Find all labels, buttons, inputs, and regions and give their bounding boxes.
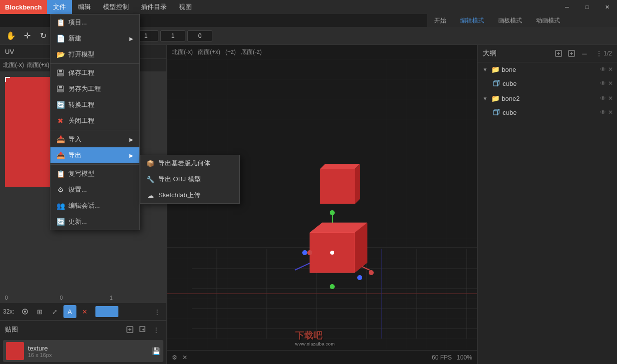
sketchfab-icon: ☁ [146, 191, 154, 199]
svg-marker-25 [355, 164, 360, 204]
vp-close-icon[interactable]: ✕ [182, 354, 187, 361]
close-button[interactable]: ✕ [597, 0, 617, 14]
uv-nav-north[interactable]: 北面(-x) [3, 61, 24, 69]
uv-nav-south[interactable]: 南面(+x) [27, 61, 49, 69]
move-tool[interactable]: ✋ [4, 29, 18, 43]
svg-point-35 [307, 250, 312, 255]
menu-model[interactable]: 模型控制 [97, 0, 135, 14]
svg-rect-5 [140, 327, 145, 332]
mode-animate[interactable]: 动画模式 [529, 14, 567, 27]
menu-view[interactable]: 视图 [173, 0, 198, 14]
viewport-bottom: ⚙ ✕ 60 FPS 100% [167, 350, 477, 364]
menu-convert[interactable]: 🔄 转换工程 [50, 97, 139, 113]
tree-row-bone[interactable]: ▼ 📁 bone 👁 ✕ [478, 62, 617, 76]
tree-row-cube-1[interactable]: cube 👁 ✕ [478, 76, 617, 90]
uv-scale-0-v: 0 [60, 295, 63, 301]
menu-session-label: 编辑会话... [68, 201, 100, 210]
tree-remove-cube-2[interactable]: ✕ [608, 109, 613, 116]
tree-remove-cube-1[interactable]: ✕ [608, 80, 613, 87]
rotate-tool[interactable]: ↻ [36, 29, 50, 43]
menu-saveas-label: 另存为工程 [68, 84, 101, 93]
texture-save-btn[interactable]: 💾 [152, 347, 160, 355]
main-cube-svg [282, 208, 382, 298]
coord-w[interactable]: 0 [187, 30, 212, 41]
outline-add-btn[interactable] [553, 48, 564, 59]
tree-remove-bone[interactable]: ✕ [608, 66, 613, 73]
coord-z[interactable]: 1 [160, 30, 185, 41]
menu-update[interactable]: 🔄 更新... [50, 214, 139, 230]
menu-file[interactable]: 文件 [47, 0, 72, 14]
folder-icon-bone2: 📁 [491, 94, 500, 103]
menu-rewrite[interactable]: 📋 复写模型 [50, 166, 139, 182]
texture-more-btn[interactable]: ⋮ [150, 324, 161, 335]
mode-paint[interactable]: 画板模式 [491, 14, 529, 27]
uv-resize-btn[interactable]: ⊞ [33, 305, 46, 318]
menu-saveas[interactable]: 另存为工程 [50, 81, 139, 97]
texture-info: texture 16 x 16px [28, 345, 148, 358]
menu-project-label: 项目... [68, 18, 87, 27]
svg-rect-52 [59, 70, 62, 72]
export-icon: 📤 [56, 151, 64, 159]
texture-item[interactable]: texture 16 x 16px 💾 [3, 340, 163, 362]
menu-save[interactable]: 保存工程 [50, 65, 139, 81]
outline-header: 大纲 ─ ⋮ 1 [478, 45, 617, 62]
vp-settings-icon[interactable]: ⚙ [172, 354, 177, 361]
submenu-obj-label: 导出 OBJ 模型 [158, 175, 201, 184]
mode-start[interactable]: 开始 [427, 14, 453, 27]
outline-group-btn[interactable] [566, 48, 577, 59]
outline-page: ⋮ 1/2 [596, 50, 612, 57]
menu-plugins[interactable]: 插件目录 [135, 0, 173, 14]
tree-row-cube-2[interactable]: cube 👁 ✕ [478, 105, 617, 119]
menu-edit[interactable]: 编辑 [72, 0, 97, 14]
mode-edit[interactable]: 编辑模式 [453, 14, 491, 27]
menu-settings[interactable]: ⚙ 设置... [50, 182, 139, 198]
submenu-obj[interactable]: 🔧 导出 OBJ 模型 [140, 171, 239, 187]
uv-type-btn[interactable]: A [63, 305, 76, 318]
menu-export[interactable]: 📤 导出 ▶ [50, 147, 139, 163]
tree-row-bone2[interactable]: ▼ 📁 bone2 👁 ✕ [478, 91, 617, 105]
uv-fit-btn[interactable]: ⤢ [48, 305, 61, 318]
menu-rewrite-label: 复写模型 [68, 169, 94, 178]
bedrock-icon: 📦 [146, 159, 154, 167]
pivot-tool[interactable]: ✛ [20, 29, 34, 43]
menu-session[interactable]: 👥 编辑会话... [50, 198, 139, 214]
tree-remove-bone2[interactable]: ✕ [608, 95, 613, 102]
add-icon [555, 50, 562, 57]
submenu-sketchfab[interactable]: ☁ Sketchfab上传 [140, 187, 239, 203]
minimize-button[interactable]: ─ [557, 0, 577, 14]
menu-close[interactable]: ✖ 关闭工程 [50, 113, 139, 129]
menu-project[interactable]: 📋 项目... [50, 14, 139, 30]
tree-visibility-cube-1[interactable]: 👁 [600, 80, 606, 87]
maximize-button[interactable]: □ [577, 0, 597, 14]
uv-scale-1: 1 [110, 295, 113, 301]
menu-settings-label: 设置... [68, 185, 87, 194]
vp-nav-south: 南面(+x) [198, 48, 220, 56]
texture-add-btn[interactable] [124, 324, 135, 335]
tree-visibility-bone[interactable]: 👁 [600, 66, 606, 73]
submenu-bedrock[interactable]: 📦 导出基岩版几何体 [140, 155, 239, 171]
tree-label-cube-2: cube [503, 109, 598, 116]
tree-actions-bone: 👁 ✕ [600, 66, 613, 73]
uv-drag-btn[interactable] [18, 305, 31, 318]
svg-point-37 [302, 250, 307, 255]
menu-open[interactable]: 📂 打开模型 [50, 46, 139, 62]
menu-bar: 文件 编辑 模型控制 插件目录 视图 [47, 0, 557, 14]
svg-point-36 [357, 275, 362, 280]
watermark: 下载吧 www.xiazaiba.com [295, 330, 335, 347]
folder-icon-bone: 📁 [491, 65, 500, 74]
texture-import-btn[interactable] [137, 324, 148, 335]
update-icon: 🔄 [56, 218, 64, 226]
tree-visibility-cube-2[interactable]: 👁 [600, 109, 606, 116]
rewrite-icon: 📋 [56, 170, 64, 178]
outline-collapse-btn[interactable]: ─ [579, 48, 590, 59]
title-bar: Blockbench 文件 编辑 模型控制 插件目录 视图 ─ □ ✕ [0, 0, 617, 14]
menu-import[interactable]: 📥 导入 ▶ [50, 131, 139, 147]
texture-name: texture [28, 345, 148, 352]
zoom-display: 100% [457, 354, 472, 361]
menu-new[interactable]: 📄 新建 ▶ [50, 30, 139, 46]
tree-visibility-bone2[interactable]: 👁 [600, 95, 606, 102]
saveas-svg [57, 85, 64, 92]
uv-close-btn[interactable]: ✕ [78, 305, 91, 318]
uv-more-btn[interactable]: ⋮ [150, 305, 163, 318]
uv-color-swatch[interactable] [95, 306, 118, 317]
